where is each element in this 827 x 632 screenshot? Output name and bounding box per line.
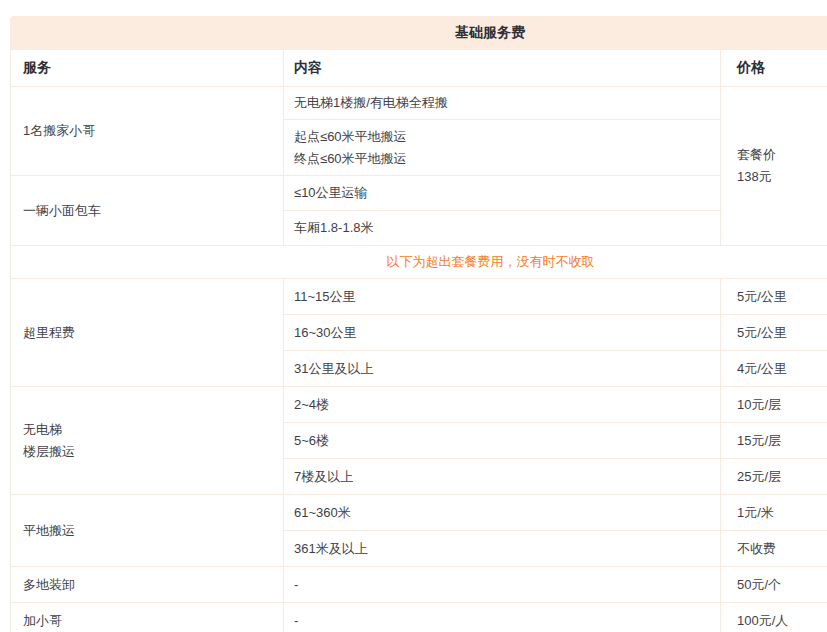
content-cell: 无电梯1楼搬/有电梯全程搬 (284, 87, 721, 120)
extra-fees-note: 以下为超出套餐费用，没有时不收取 (11, 246, 827, 279)
extra-fees-note-row: 以下为超出套餐费用，没有时不收取 (11, 246, 827, 279)
price-cell: 4元/公里 (721, 351, 827, 387)
content-cell: - (284, 603, 721, 632)
package-price-cell: 套餐价 138元 (721, 87, 827, 246)
table-row: 多地装卸 - 50元/个 (11, 567, 827, 603)
content-cell: 2~4楼 (284, 387, 721, 423)
price-cell: 100元/人 (721, 603, 827, 632)
col-header-service: 服务 (11, 50, 284, 87)
content-cell: 61~360米 (284, 495, 721, 531)
table-row: 超里程费 11~15公里 5元/公里 (11, 279, 827, 315)
table-row: 无电梯 楼层搬运 2~4楼 10元/层 (11, 387, 827, 423)
table-title: 基础服务费 (455, 24, 525, 42)
col-header-price: 价格 (721, 50, 827, 87)
content-cell: 361米及以上 (284, 531, 721, 567)
price-cell: 25元/层 (721, 459, 827, 495)
pricing-page: 基础服务费 服务 内容 价格 1名搬家小哥 无电梯1楼搬/有电梯全程搬 套餐价 … (10, 16, 827, 632)
content-cell: 16~30公里 (284, 315, 721, 351)
service-cell-add-mover: 加小哥 (11, 603, 284, 632)
table-row: 1名搬家小哥 无电梯1楼搬/有电梯全程搬 套餐价 138元 (11, 87, 827, 120)
table-row: 平地搬运 61~360米 1元/米 (11, 495, 827, 531)
header-row: 服务 内容 价格 (11, 50, 827, 87)
service-cell-mileage: 超里程费 (11, 279, 284, 387)
service-cell-multi-stop: 多地装卸 (11, 567, 284, 603)
price-cell: 不收费 (721, 531, 827, 567)
table-title-bar: 基础服务费 (10, 16, 827, 49)
table-row: 加小哥 - 100元/人 (11, 603, 827, 632)
content-cell: 起点≤60米平地搬运 终点≤60米平地搬运 (284, 120, 721, 176)
price-cell: 50元/个 (721, 567, 827, 603)
basic-service-fee-table: 服务 内容 价格 1名搬家小哥 无电梯1楼搬/有电梯全程搬 套餐价 138元 起… (10, 49, 827, 632)
price-cell: 5元/公里 (721, 279, 827, 315)
service-cell-stairs: 无电梯 楼层搬运 (11, 387, 284, 495)
content-cell: 31公里及以上 (284, 351, 721, 387)
content-cell: 7楼及以上 (284, 459, 721, 495)
price-cell: 15元/层 (721, 423, 827, 459)
service-cell-van: 一辆小面包车 (11, 176, 284, 246)
content-cell: 5~6楼 (284, 423, 721, 459)
col-header-content: 内容 (284, 50, 721, 87)
price-cell: 5元/公里 (721, 315, 827, 351)
content-cell: 车厢1.8-1.8米 (284, 211, 721, 246)
content-cell: - (284, 567, 721, 603)
content-cell: ≤10公里运输 (284, 176, 721, 211)
content-cell: 11~15公里 (284, 279, 721, 315)
service-cell-mover: 1名搬家小哥 (11, 87, 284, 176)
table-row: 一辆小面包车 ≤10公里运输 (11, 176, 827, 211)
price-cell: 1元/米 (721, 495, 827, 531)
price-cell: 10元/层 (721, 387, 827, 423)
service-cell-flat-carry: 平地搬运 (11, 495, 284, 567)
